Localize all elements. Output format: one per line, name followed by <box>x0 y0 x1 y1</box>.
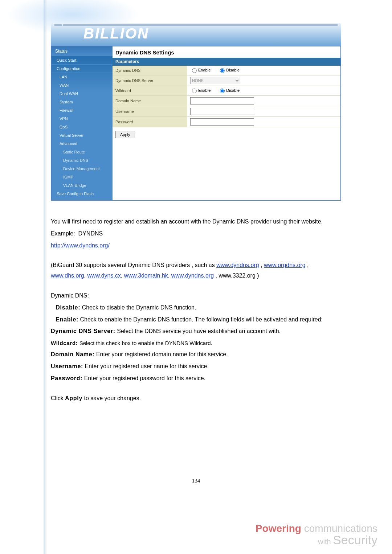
sidebar-item-vlan-bridge[interactable]: VLAN Bridge <box>52 181 113 190</box>
row-label: Password <box>113 117 187 127</box>
sidebar-header[interactable]: Status <box>52 46 113 56</box>
sidebar-item-vpn[interactable]: VPN <box>52 115 113 123</box>
section-header: Parameters <box>113 58 340 66</box>
sidebar-item-static-route[interactable]: Static Route <box>52 148 113 156</box>
sidebar-item-quick-start[interactable]: Quick Start <box>52 56 113 65</box>
paragraph: Click Apply to save your changes. <box>51 393 341 404</box>
page-number: 134 <box>51 476 341 486</box>
dyndns-link[interactable]: www.dyndns.org <box>171 272 214 279</box>
sidebar-item-dynamic-dns[interactable]: Dynamic DNS <box>52 156 113 165</box>
sidebar-item-firewall[interactable]: Firewall <box>52 106 113 115</box>
sidebar-item-lan[interactable]: LAN <box>52 73 113 81</box>
row-label: Username <box>113 106 187 117</box>
dynamic-dns-enable-radio[interactable]: Enable <box>190 67 211 73</box>
row-label: Dynamic DNS <box>113 66 187 75</box>
document-body: You will first need to register and esta… <box>51 217 341 486</box>
paragraph: Example: DYNDNS <box>51 229 341 239</box>
sidebar-item-wan[interactable]: WAN <box>52 81 113 90</box>
sidebar-item-save-config-to-flash[interactable]: Save Config to Flash <box>52 190 113 198</box>
main-panel: Dynamic DNS Settings Parameters Dynamic … <box>113 46 340 200</box>
dyndns-link[interactable]: www.dyndns.org <box>216 262 259 268</box>
router-ui-screenshot: Status Quick StartConfigurationLANWANDua… <box>51 46 341 201</box>
paragraph: Enable: Check to enable the Dynamic DNS … <box>51 315 341 325</box>
sidebar-item-qos[interactable]: QoS <box>52 123 113 131</box>
dns-server-select[interactable]: NONE <box>190 77 240 84</box>
apply-button[interactable]: Apply <box>115 131 135 138</box>
sidebar-item-device-management[interactable]: Device Management <box>52 165 113 173</box>
wildcard-enable-radio[interactable]: Enable <box>190 87 211 93</box>
sidebar-item-dual-wan[interactable]: Dual WAN <box>52 90 113 98</box>
sidebar-item-advanced[interactable]: Advanced <box>52 140 113 148</box>
page-title: Dynamic DNS Settings <box>113 46 340 58</box>
dhs-link[interactable]: www.dhs.org <box>51 272 84 279</box>
paragraph: Password: Enter your registered password… <box>51 373 341 384</box>
footer-brand: Powering communications with Security <box>256 524 377 546</box>
sidebar-item-virtual-server[interactable]: Virtual Server <box>52 131 113 140</box>
username-input[interactable] <box>190 108 254 115</box>
parameters-table: Dynamic DNS Enable Disable Dynamic DNS S… <box>113 66 340 127</box>
paragraph: Domain Name: Enter your registered domai… <box>51 349 341 360</box>
dynamic-dns-disable-radio[interactable]: Disable <box>218 67 240 73</box>
row-label: Domain Name <box>113 96 187 106</box>
paragraph: Wildcard: Select this check box to enabl… <box>51 338 341 348</box>
paragraph: (BiGuard 30 supports several Dynamic DNS… <box>51 260 341 281</box>
paragraph: You will first need to register and esta… <box>51 217 341 227</box>
paragraph: Dynamic DNS: <box>51 291 341 301</box>
domain-name-input[interactable] <box>190 97 254 104</box>
sidebar-item-igmp[interactable]: IGMP <box>52 173 113 181</box>
password-input[interactable] <box>190 118 254 126</box>
orgdns-link[interactable]: www.orgdns.org <box>264 262 306 268</box>
sidebar: Status Quick StartConfigurationLANWANDua… <box>52 46 113 200</box>
threedomain-link[interactable]: www.3domain.hk <box>124 272 168 279</box>
paragraph: Dynamic DNS Server: Select the DDNS serv… <box>51 326 341 337</box>
row-label: Wildcard <box>113 86 187 96</box>
brand-logo: BILLION <box>83 25 149 42</box>
wildcard-disable-radio[interactable]: Disable <box>218 87 240 93</box>
sidebar-item-configuration[interactable]: Configuration <box>52 65 113 73</box>
paragraph: Username: Enter your registered user nam… <box>51 361 341 372</box>
dyndns-link[interactable]: http://www.dyndns.org/ <box>51 242 110 249</box>
sidebar-item-system[interactable]: System <box>52 98 113 106</box>
dyns-link[interactable]: www.dyns.cx <box>87 272 121 279</box>
paragraph: Disable: Check to disable the Dynamic DN… <box>51 303 341 313</box>
brand-bar: BILLION <box>51 23 341 46</box>
row-label: Dynamic DNS Server <box>113 75 187 86</box>
